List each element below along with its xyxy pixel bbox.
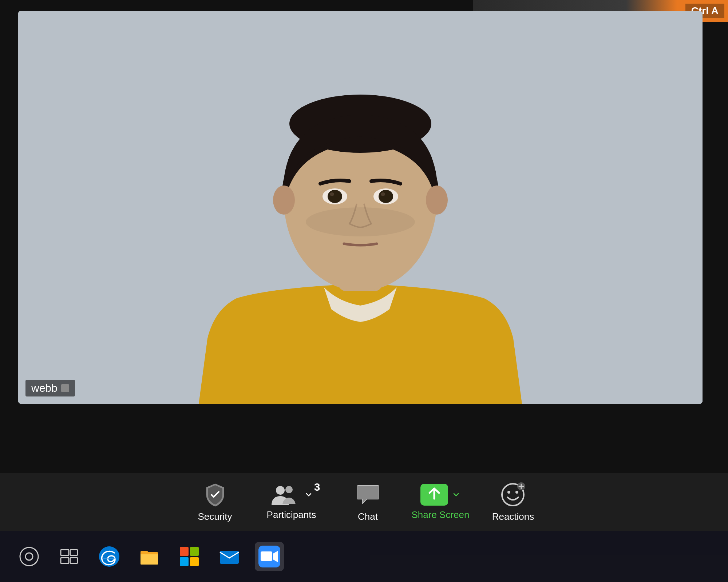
svg-point-14 <box>426 186 448 215</box>
share-screen-label: Share Screen <box>412 509 470 521</box>
taskbar-task-view-button[interactable] <box>55 542 84 571</box>
svg-point-20 <box>515 491 518 494</box>
security-label: Security <box>198 511 232 522</box>
taskbar-file-explorer-button[interactable] <box>135 542 164 571</box>
svg-point-19 <box>507 491 510 494</box>
reactions-label: Reactions <box>492 511 534 522</box>
svg-rect-24 <box>61 550 69 555</box>
main-video: webb <box>18 11 703 404</box>
svg-point-17 <box>285 486 293 493</box>
screen-container: Ctrl A <box>0 0 728 582</box>
svg-point-13 <box>273 186 295 215</box>
chat-icon <box>355 482 381 507</box>
svg-rect-27 <box>70 558 78 563</box>
mic-status-icon <box>61 384 69 392</box>
participant-label: webb <box>25 380 75 396</box>
zoom-toolbar: Security 3 Participants <box>0 473 728 531</box>
windows-taskbar <box>0 531 728 582</box>
svg-rect-25 <box>61 558 69 563</box>
video-background: webb <box>18 11 703 404</box>
video-feed-svg <box>18 11 703 404</box>
taskbar-edge-button[interactable] <box>95 542 124 571</box>
svg-rect-29 <box>180 547 189 556</box>
taskbar-search-button[interactable] <box>15 542 44 571</box>
svg-rect-31 <box>180 557 189 566</box>
svg-point-11 <box>330 192 334 196</box>
svg-rect-33 <box>220 551 239 564</box>
svg-rect-32 <box>190 557 199 566</box>
svg-point-22 <box>20 547 38 566</box>
security-icon <box>202 482 228 507</box>
participant-name: webb <box>31 382 58 394</box>
svg-point-12 <box>381 192 385 196</box>
chat-button[interactable]: Chat <box>346 482 390 522</box>
participants-button[interactable]: 3 Participants <box>259 484 324 521</box>
participants-label: Participants <box>267 509 316 521</box>
svg-rect-30 <box>190 547 199 556</box>
svg-point-15 <box>306 207 415 236</box>
share-screen-icon-bg <box>420 484 448 506</box>
taskbar-store-button[interactable] <box>175 542 204 571</box>
security-button[interactable]: Security <box>193 482 237 522</box>
reactions-icon <box>500 482 526 507</box>
share-screen-button[interactable]: Share Screen <box>412 484 470 521</box>
participant-count: 3 <box>314 481 320 493</box>
svg-rect-26 <box>70 550 78 555</box>
chat-label: Chat <box>358 511 378 522</box>
svg-point-10 <box>379 190 393 203</box>
share-screen-icon-wrapper <box>420 484 460 506</box>
taskbar-mail-button[interactable] <box>215 542 244 571</box>
svg-point-9 <box>328 190 342 203</box>
participants-icon-wrapper: 3 <box>270 484 313 506</box>
svg-point-23 <box>25 553 33 560</box>
reactions-button[interactable]: Reactions <box>491 482 535 522</box>
svg-rect-35 <box>261 551 272 561</box>
svg-point-16 <box>276 486 285 495</box>
taskbar-zoom-button[interactable] <box>255 542 284 571</box>
